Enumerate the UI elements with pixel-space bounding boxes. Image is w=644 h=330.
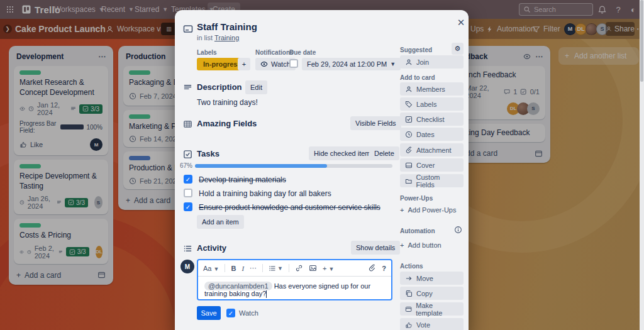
- checklist-icon: [405, 116, 413, 123]
- attachment-label: Attachment: [416, 146, 452, 154]
- checklist-label: Checklist: [416, 116, 445, 123]
- add-button-button[interactable]: +Add button: [400, 241, 441, 249]
- insert-more-button[interactable]: + ▼: [323, 265, 334, 272]
- description-icon: [183, 83, 192, 92]
- info-icon[interactable]: [454, 226, 462, 234]
- edit-label: Edit: [250, 84, 262, 91]
- labels-heading: Labels: [197, 49, 217, 56]
- gear-icon: ⚙: [455, 45, 461, 53]
- labels-button[interactable]: Labels: [400, 97, 464, 111]
- comment-text-area[interactable]: @duncanlambden1 Has everyone signed up f…: [198, 277, 391, 304]
- settings-button[interactable]: ⚙: [452, 43, 464, 55]
- add-to-card-heading: Add to card: [400, 74, 435, 81]
- list-link[interactable]: Training: [214, 34, 239, 41]
- scrollbar-thumb[interactable]: [640, 0, 643, 82]
- add-label-button[interactable]: +: [238, 58, 250, 70]
- text-cursor: [266, 290, 267, 298]
- list-icon: [269, 265, 276, 272]
- editor-help-button[interactable]: ?: [382, 265, 386, 272]
- arrow-right-icon: [405, 275, 413, 282]
- attachment-icon[interactable]: [368, 264, 376, 272]
- clock-icon: [405, 131, 413, 138]
- save-comment-button[interactable]: Save: [197, 306, 221, 320]
- checklist-progress-track: [195, 164, 392, 168]
- task-item[interactable]: Ensure product knowledge and customer se…: [199, 203, 380, 212]
- task-item[interactable]: Develop training materials: [199, 175, 286, 184]
- automation-heading: Automation: [400, 228, 435, 234]
- page-scrollbar[interactable]: [640, 0, 644, 330]
- move-button[interactable]: Move: [400, 272, 464, 285]
- attachment-button[interactable]: Attachment: [400, 143, 464, 157]
- cover-button[interactable]: Cover: [400, 158, 464, 172]
- card-modal: ✕ Staff Training in list Training Labels…: [175, 10, 469, 330]
- bold-button[interactable]: B: [231, 265, 236, 272]
- checklist-icon: [183, 150, 192, 159]
- actions-heading: Actions: [400, 263, 423, 270]
- checklist-button[interactable]: Checklist: [400, 113, 464, 126]
- chevron-down-icon: ▼: [328, 266, 334, 272]
- visible-fields-label: Visible Fields: [355, 119, 396, 127]
- activity-heading: Activity: [197, 243, 226, 253]
- make-template-label: Make template: [416, 302, 458, 317]
- thumbs-up-icon: [405, 321, 413, 329]
- close-icon: ✕: [457, 17, 465, 28]
- comment-editor[interactable]: Aa ▼ B I ⋯ ▼ + ▼ ? @duncanlambden1 Has e…: [197, 259, 392, 300]
- powerups-heading: Power-Ups: [400, 195, 433, 202]
- task-item[interactable]: Hold a training baking day for all baker…: [199, 189, 331, 198]
- activity-icon: [183, 244, 192, 253]
- link-icon[interactable]: [295, 264, 303, 272]
- italic-button[interactable]: I: [242, 265, 244, 272]
- custom-fields-label: Custom Fields: [416, 173, 458, 189]
- add-checklist-item-button[interactable]: Add an item: [197, 215, 244, 229]
- template-icon: [405, 305, 412, 313]
- mention-pill[interactable]: @duncanlambden1: [204, 282, 272, 290]
- show-details-button[interactable]: Show details: [351, 241, 400, 255]
- list-format-button[interactable]: ▼: [269, 265, 283, 272]
- paperclip-icon: [405, 146, 413, 154]
- card-icon: [183, 24, 193, 34]
- copy-button[interactable]: Copy: [400, 287, 464, 300]
- person-icon: [405, 58, 413, 66]
- text-styles-button[interactable]: Aa ▼: [203, 265, 219, 272]
- join-label: Join: [416, 58, 429, 66]
- save-label: Save: [201, 309, 216, 317]
- custom-fields-button[interactable]: Custom Fields: [400, 174, 464, 187]
- vote-button[interactable]: Vote: [400, 318, 464, 330]
- members-button[interactable]: Members: [400, 82, 464, 96]
- suggested-heading: Suggested: [400, 47, 432, 53]
- chevron-down-icon: ▼: [214, 266, 219, 272]
- hide-checked-label: Hide checked items: [314, 150, 374, 157]
- tasks-progress-fill: [195, 164, 327, 168]
- task-checkbox-checked[interactable]: ✓: [184, 175, 192, 184]
- visible-fields-button[interactable]: Visible Fields: [350, 116, 401, 130]
- dates-button[interactable]: Dates: [400, 128, 464, 141]
- due-date-checkbox[interactable]: [289, 59, 298, 68]
- watch-label: Watch: [271, 60, 291, 68]
- show-details-label: Show details: [356, 244, 395, 251]
- image-icon[interactable]: [309, 264, 317, 272]
- delete-label: Delete: [374, 150, 394, 157]
- close-modal-button[interactable]: ✕: [453, 15, 469, 30]
- members-label: Members: [416, 85, 445, 93]
- task-checkbox-checked[interactable]: ✓: [184, 202, 192, 211]
- delete-checklist-button[interactable]: Delete: [369, 146, 399, 160]
- join-button[interactable]: Join: [400, 55, 464, 69]
- more-formatting-button[interactable]: ⋯: [250, 264, 257, 272]
- notifications-heading: Notifications: [255, 49, 294, 56]
- make-template-button[interactable]: Make template: [400, 302, 464, 316]
- checklist-percent: 67%: [180, 162, 192, 169]
- person-icon: [405, 85, 413, 93]
- plus-icon: +: [400, 241, 404, 249]
- watch-comment-checkbox[interactable]: ✓: [226, 309, 235, 317]
- add-button-label: Add button: [408, 241, 441, 249]
- task-checkbox-unchecked[interactable]: [184, 189, 192, 197]
- plus-icon: +: [242, 60, 246, 68]
- card-title[interactable]: Staff Training: [197, 21, 257, 32]
- edit-description-button[interactable]: Edit: [245, 80, 267, 94]
- due-date-button[interactable]: Feb 29, 2024 at 12:00 PM ▼: [302, 58, 401, 70]
- add-powerups-button[interactable]: +Add Power-Ups: [400, 206, 456, 214]
- folder-icon: [405, 177, 413, 185]
- move-label: Move: [416, 275, 433, 282]
- description-text[interactable]: Two training days!: [197, 98, 258, 107]
- dates-label: Dates: [416, 131, 435, 138]
